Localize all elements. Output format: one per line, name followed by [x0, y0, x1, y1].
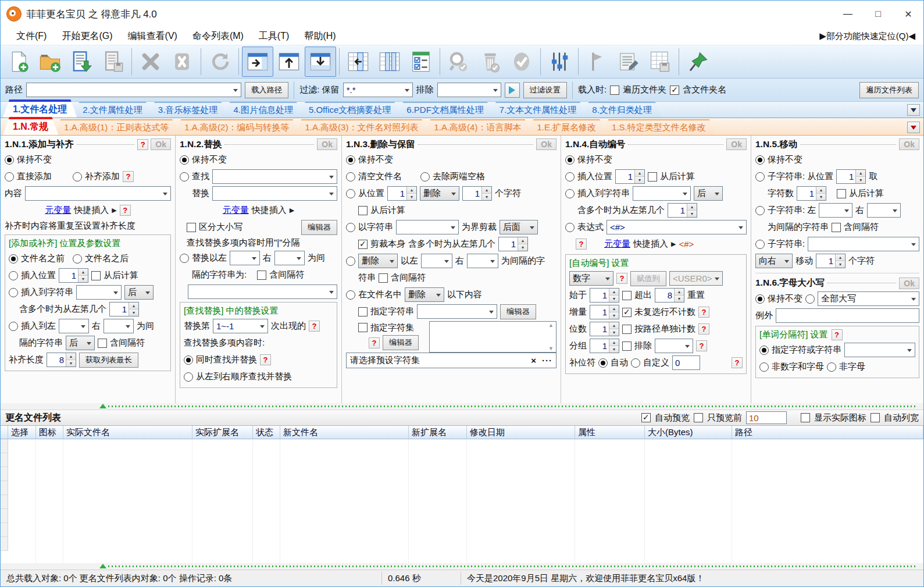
position-spinner[interactable]: 1▴▾ — [836, 169, 866, 184]
number-type-select[interactable]: 数字 — [569, 271, 613, 286]
substring-pos-radio[interactable] — [755, 172, 765, 182]
left-delim-input[interactable] — [421, 254, 452, 268]
move-column-left-icon[interactable] — [343, 47, 374, 77]
non-alnum-radio[interactable] — [759, 362, 769, 372]
quick-locate-label[interactable]: ▶部分功能快速定位(Q)◀ — [819, 31, 923, 42]
spin-down-icon[interactable]: ▾ — [79, 276, 88, 282]
sequential-radio[interactable] — [184, 372, 193, 382]
pin-icon[interactable] — [682, 47, 713, 77]
load-path-button[interactable]: 载入路径 — [245, 82, 288, 98]
expand-arrow-icon[interactable]: ▶ — [112, 207, 116, 214]
spin-up-icon[interactable]: ▴ — [609, 305, 619, 312]
direction-select[interactable]: 向右 — [755, 254, 793, 268]
after-name-radio[interactable] — [73, 254, 82, 264]
expression-input[interactable]: <#> — [607, 220, 747, 234]
nth-occurrence-spinner[interactable]: 1▴▾ — [109, 302, 139, 316]
substring-input[interactable] — [808, 237, 919, 251]
include-folder-name-checkbox[interactable] — [670, 86, 679, 95]
help-button[interactable]: ? — [732, 357, 743, 368]
right-delim-input[interactable] — [274, 251, 305, 265]
trim-spaces-radio[interactable] — [420, 172, 430, 182]
custom-pad-radio[interactable] — [631, 358, 640, 368]
case-sensitive-checkbox[interactable] — [187, 223, 196, 232]
ok-button[interactable]: Ok — [536, 138, 556, 150]
keep-unchanged-radio[interactable] — [180, 155, 189, 165]
metavar-link[interactable]: 元变量 — [223, 205, 249, 216]
help-button[interactable]: ? — [260, 354, 271, 365]
export-table-icon[interactable] — [644, 47, 676, 77]
insert-pos-radio[interactable] — [9, 271, 18, 280]
help-button[interactable]: ? — [698, 307, 709, 318]
position-spinner[interactable]: 1▴▾ — [387, 186, 417, 201]
replace-between-radio[interactable] — [180, 254, 189, 263]
spec-char-input[interactable] — [844, 343, 915, 357]
subtab-advanced-script[interactable]: 1.A.高级(4)：语言脚本 — [424, 119, 531, 135]
spin-up-icon[interactable]: ▴ — [609, 322, 619, 329]
substring-direct-radio[interactable] — [755, 240, 765, 249]
col-attributes[interactable]: 属性 — [575, 426, 645, 439]
spin-down-icon[interactable]: ▾ — [836, 261, 845, 268]
help-button[interactable]: ? — [576, 239, 587, 250]
spin-down-icon[interactable]: ▾ — [609, 312, 619, 319]
new-file-icon[interactable] — [3, 47, 34, 77]
clear-name-radio[interactable] — [346, 172, 355, 182]
tab-office-summary[interactable]: 5.Office文档摘要处理 — [299, 102, 401, 118]
skip-unchecked-checkbox[interactable] — [622, 308, 632, 317]
scrollbar[interactable]: ▲▼ — [547, 322, 555, 351]
open-folder-add-icon[interactable] — [34, 47, 66, 77]
col-actual-extension[interactable]: 实际扩展名 — [192, 426, 253, 439]
spin-down-icon[interactable]: ▾ — [635, 177, 644, 183]
include-separator-checkbox[interactable] — [832, 223, 841, 232]
col-path[interactable]: 路径 — [732, 426, 923, 439]
spin-up-icon[interactable]: ▴ — [687, 204, 697, 211]
filter-settings-button[interactable]: 过滤设置 — [523, 82, 567, 98]
keep-unchanged-radio[interactable] — [755, 294, 765, 304]
help-button[interactable]: ? — [696, 340, 707, 351]
auto-preview-checkbox[interactable] — [641, 413, 651, 422]
spin-up-icon[interactable]: ▴ — [635, 170, 644, 177]
exclude-input[interactable] — [655, 339, 693, 353]
keep-unchanged-radio[interactable] — [346, 155, 355, 165]
edit-log-icon[interactable] — [613, 47, 644, 77]
subtab-specific-type[interactable]: 1.S.特定类型文件名修改 — [602, 119, 716, 135]
ok-button[interactable]: Ok — [151, 138, 171, 150]
from-end-checkbox[interactable] — [358, 206, 368, 215]
insert-pos-spinner[interactable]: 1▴▾ — [59, 268, 88, 283]
ok-button[interactable]: Ok — [899, 278, 919, 289]
spin-up-icon[interactable]: ▴ — [66, 353, 76, 360]
scroll-up-icon[interactable]: ▲ — [548, 322, 554, 328]
spin-up-icon[interactable]: ▴ — [836, 254, 845, 261]
subtab-extension-modify[interactable]: 1.E.扩展名修改 — [527, 119, 606, 135]
spin-up-icon[interactable]: ▴ — [482, 187, 491, 194]
delete-keep-select2[interactable]: 删除 — [358, 254, 398, 268]
cut-side-select[interactable]: 后面 — [500, 220, 538, 234]
non-alpha-radio[interactable] — [827, 362, 836, 372]
help-button[interactable]: ? — [309, 321, 320, 332]
browse-preset-icon[interactable]: ··· — [542, 355, 552, 365]
show-right-panel-icon[interactable] — [242, 47, 273, 77]
delete-keep-select[interactable]: 删除 — [420, 186, 459, 201]
spin-down-icon[interactable]: ▾ — [482, 194, 491, 200]
metavar-link[interactable]: 元变量 — [604, 239, 630, 250]
nth-occurrence-spinner[interactable]: 1▴▾ — [498, 237, 528, 251]
spin-down-icon[interactable]: ▾ — [816, 194, 826, 200]
insert-to-string-radio[interactable] — [9, 288, 18, 297]
move-spinner[interactable]: 1▴▾ — [816, 254, 845, 268]
help-button[interactable]: ? — [120, 205, 131, 216]
auto-pad-radio[interactable] — [598, 358, 608, 368]
custom-pad-input[interactable]: 0 — [672, 355, 700, 370]
find-radio[interactable] — [180, 172, 189, 182]
group-spinner[interactable]: 1▴▾ — [590, 339, 619, 353]
subtab-overflow-button[interactable] — [907, 122, 920, 133]
digits-spinner[interactable]: 1▴▾ — [590, 322, 619, 336]
spin-down-icon[interactable]: ▾ — [687, 211, 697, 217]
auto-col-width-checkbox[interactable] — [871, 413, 880, 422]
insert-to-string-radio[interactable] — [565, 189, 575, 198]
spin-down-icon[interactable]: ▾ — [609, 296, 619, 302]
boundary-string-input[interactable] — [396, 220, 459, 234]
help-button[interactable]: ? — [698, 323, 709, 335]
subtab-advanced-mapping-list[interactable]: 1.A.高级(3)：文件名对照列表 — [295, 119, 428, 135]
tab-image-info[interactable]: 4.图片信息处理 — [223, 102, 303, 118]
right-delim-input[interactable] — [104, 319, 134, 333]
path-input[interactable] — [26, 83, 241, 97]
